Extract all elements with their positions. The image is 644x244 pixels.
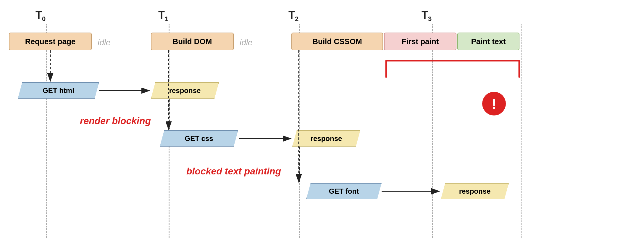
- build-cssom-label: Build CSSOM: [312, 37, 362, 46]
- idle-2: idle: [240, 38, 253, 47]
- build-dom-box: Build DOM: [151, 33, 234, 50]
- request-page-box: Request page: [9, 33, 92, 50]
- response-html-box: response: [151, 82, 219, 99]
- response-font-box: response: [441, 183, 509, 199]
- vline-t3: [432, 24, 433, 238]
- t2-sub: 2: [295, 15, 298, 23]
- get-font-label: GET font: [329, 187, 359, 195]
- vline-t4: [521, 24, 522, 238]
- first-paint-label: First paint: [402, 37, 439, 46]
- t3-label: T3: [422, 9, 432, 23]
- t1-sub: 1: [165, 15, 168, 23]
- build-dom-label: Build DOM: [173, 37, 212, 46]
- t1-label: T1: [158, 9, 168, 23]
- t0-sub: 0: [42, 15, 46, 23]
- response-css-box: response: [292, 130, 360, 147]
- bracket-svg: [383, 58, 522, 81]
- t2-label: T2: [288, 9, 298, 23]
- render-blocking-label: render blocking: [80, 115, 151, 126]
- error-icon: !: [492, 96, 496, 112]
- response-css-label: response: [311, 134, 342, 143]
- get-font-box: GET font: [306, 183, 382, 199]
- paint-text-box: Paint text: [457, 33, 519, 50]
- get-html-box: GET html: [18, 82, 99, 99]
- diagram: T0 T1 T2 T3 Request page idle Build DOM …: [0, 0, 644, 244]
- t0-label: T0: [35, 9, 46, 23]
- blocked-text-label: blocked text painting: [186, 166, 281, 177]
- get-css-box: GET css: [160, 130, 238, 147]
- get-html-label: GET html: [43, 86, 74, 95]
- request-page-label: Request page: [25, 37, 76, 46]
- paint-text-label: Paint text: [471, 37, 506, 46]
- first-paint-box: First paint: [384, 33, 456, 50]
- build-cssom-box: Build CSSOM: [291, 33, 383, 50]
- vline-t0: [46, 24, 47, 238]
- response-font-label: response: [459, 187, 491, 195]
- t3-sub: 3: [428, 15, 432, 23]
- idle-1: idle: [98, 38, 111, 47]
- get-css-label: GET css: [185, 134, 213, 143]
- error-circle: !: [482, 92, 506, 115]
- response-html-label: response: [169, 86, 201, 95]
